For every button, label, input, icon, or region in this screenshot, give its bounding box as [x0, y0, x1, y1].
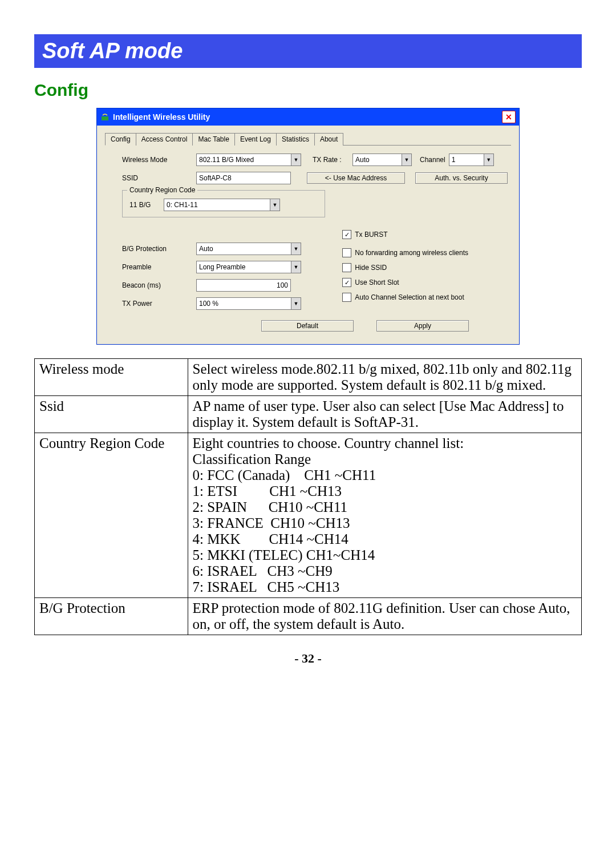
section-heading: Config — [34, 80, 582, 100]
chevron-down-icon: ▼ — [291, 154, 301, 165]
tab-statistics[interactable]: Statistics — [276, 133, 315, 146]
table-row: Wireless mode Select wireless mode.802.1… — [35, 359, 582, 396]
hide-ssid-checkbox[interactable]: Hide SSID — [342, 263, 387, 272]
close-icon: ✕ — [505, 112, 512, 122]
apply-button[interactable]: Apply — [376, 320, 469, 332]
dialog-window: Intelligent Wireless Utility ✕ Config Ac… — [96, 108, 520, 345]
table-row: Country Region Code Eight countries to c… — [35, 433, 582, 598]
bg-protection-label: B/G Protection — [122, 245, 196, 253]
auto-channel-checkbox[interactable]: Auto Channel Selection at next boot — [342, 293, 464, 302]
beacon-label: Beacon (ms) — [122, 281, 196, 289]
table-cell-key: Ssid — [35, 396, 188, 433]
country-region-group: Country Region Code 11 B/G 0: CH1-11 ▼ — [122, 190, 325, 217]
table-cell-val: Eight countries to choose. Country chann… — [188, 433, 581, 598]
checkbox-icon — [342, 293, 351, 302]
bg11-label: 11 B/G — [129, 201, 164, 209]
chevron-down-icon: ▼ — [484, 154, 493, 165]
default-button[interactable]: Default — [261, 320, 354, 332]
short-slot-checkbox[interactable]: ✓ Use Short Slot — [342, 278, 399, 287]
bg-protection-select[interactable]: Auto ▼ — [196, 243, 301, 255]
page-number: - 32 - — [34, 651, 582, 666]
checkbox-icon: ✓ — [342, 230, 351, 239]
app-icon — [100, 112, 110, 122]
chevron-down-icon: ▼ — [291, 298, 301, 309]
table-cell-key: Wireless mode — [35, 359, 188, 396]
channel-label: Channel — [420, 156, 445, 164]
table-cell-val: ERP protection mode of 802.11G definitio… — [188, 598, 581, 635]
use-mac-address-button[interactable]: <- Use Mac Address — [307, 172, 405, 184]
wireless-mode-label: Wireless Mode — [122, 156, 196, 164]
auth-security-button[interactable]: Auth. vs. Security — [415, 172, 508, 184]
channel-select[interactable]: 1 ▼ — [449, 154, 494, 166]
wireless-mode-select[interactable]: 802.11 B/G Mixed ▼ — [196, 154, 301, 166]
preamble-select[interactable]: Long Preamble ▼ — [196, 261, 301, 273]
tab-strip: Config Access Control Mac Table Event Lo… — [105, 132, 511, 146]
close-button[interactable]: ✕ — [502, 111, 516, 123]
ssid-label: SSID — [122, 174, 196, 182]
description-table: Wireless mode Select wireless mode.802.1… — [34, 358, 582, 635]
country-region-select[interactable]: 0: CH1-11 ▼ — [164, 199, 280, 211]
tx-rate-label: TX Rate : — [313, 156, 352, 164]
chevron-down-icon: ▼ — [270, 199, 279, 211]
table-cell-val: Select wireless mode.802.11 b/g mixed, 8… — [188, 359, 581, 396]
tx-power-select[interactable]: 100 % ▼ — [196, 297, 301, 310]
table-cell-key: Country Region Code — [35, 433, 188, 598]
table-cell-val: AP name of user type. User also can sele… — [188, 396, 581, 433]
ssid-input[interactable]: SoftAP-C8 — [196, 172, 291, 184]
tab-about[interactable]: About — [314, 133, 343, 146]
checkbox-icon: ✓ — [342, 278, 351, 287]
page-banner: Soft AP mode — [34, 34, 582, 68]
tab-config[interactable]: Config — [105, 133, 136, 146]
no-forwarding-checkbox[interactable]: No forwarding among wireless clients — [342, 248, 468, 257]
chevron-down-icon: ▼ — [291, 243, 301, 255]
table-row: B/G Protection ERP protection mode of 80… — [35, 598, 582, 635]
row-ssid: SSID SoftAP-C8 <- Use Mac Address Auth. … — [105, 172, 511, 184]
dialog-screenshot: Intelligent Wireless Utility ✕ Config Ac… — [34, 108, 582, 345]
tab-access-control[interactable]: Access Control — [136, 133, 193, 146]
beacon-input[interactable]: 100 — [196, 279, 291, 292]
tab-event-log[interactable]: Event Log — [234, 133, 277, 146]
table-row: Ssid AP name of user type. User also can… — [35, 396, 582, 433]
checkbox-icon — [342, 263, 351, 272]
tab-mac-table[interactable]: Mac Table — [192, 133, 234, 146]
tx-rate-select[interactable]: Auto ▼ — [352, 154, 412, 166]
chevron-down-icon: ▼ — [402, 154, 411, 165]
window-title: Intelligent Wireless Utility — [113, 112, 502, 122]
svg-rect-0 — [102, 116, 108, 120]
txburst-checkbox[interactable]: ✓ Tx BURST — [342, 230, 387, 239]
group-title: Country Region Code — [127, 186, 197, 194]
chevron-down-icon: ▼ — [291, 261, 301, 273]
row-wireless-mode: Wireless Mode 802.11 B/G Mixed ▼ TX Rate… — [105, 154, 511, 166]
checkbox-icon — [342, 248, 351, 257]
preamble-label: Preamble — [122, 263, 196, 271]
table-cell-key: B/G Protection — [35, 598, 188, 635]
titlebar: Intelligent Wireless Utility ✕ — [97, 108, 519, 126]
tx-power-label: TX Power — [122, 300, 196, 308]
